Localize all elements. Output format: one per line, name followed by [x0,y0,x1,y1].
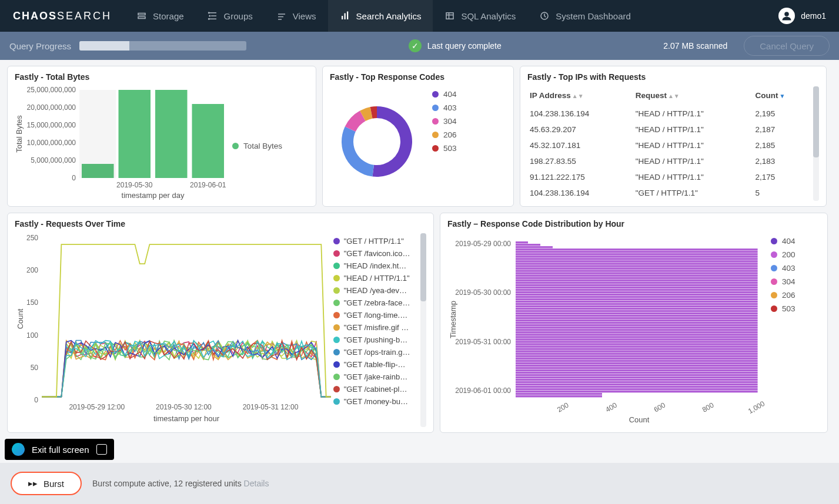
legend-label: 503 [443,144,457,153]
legend-label: "HEAD /yea-dev… [344,286,407,295]
table-row[interactable]: 91.121.222.175"HEAD / HTTP/1.1"2,175 [527,169,810,185]
legend-label: "GET /long-time.… [344,311,407,320]
bottom-bar: ▸▸ Burst Burst compute active, 12 regist… [0,463,839,504]
legend-code-304[interactable]: 304 [771,277,818,286]
legend-request[interactable]: "GET /favicon.ico… [333,249,417,258]
svg-rect-59 [516,282,758,284]
scrollbar[interactable] [420,233,426,427]
legend-total-bytes[interactable]: Total Bytes [232,90,282,201]
legend-code-206[interactable]: 206 [771,291,818,300]
legend-request[interactable]: "GET /table-flip-… [333,360,417,369]
legend-request[interactable]: "GET /zebra-face… [333,298,417,307]
table-row[interactable]: 198.27.83.55"HEAD / HTTP/1.1"2,183 [527,153,810,169]
nav-sql-analytics[interactable]: SQL Analytics [433,0,527,32]
legend-label: "GET /ops-train.g… [344,348,410,357]
legend-request[interactable]: "GET /jake-rainb… [333,372,417,381]
svg-point-10 [784,12,789,16]
svg-text:20,000,000,000: 20,000,000,000 [27,103,76,112]
svg-rect-67 [516,301,758,303]
legend-dot-icon [432,105,439,111]
legend-dot-icon [432,132,439,138]
legend-code-206[interactable]: 206 [432,130,457,139]
query-progress-bar: Query Progress ✓ Last query complete 2.0… [0,32,839,60]
legend-dot-icon [333,361,340,368]
svg-rect-103 [516,386,758,388]
user-menu[interactable]: demo1 [778,8,839,24]
nav-views[interactable]: Views [265,0,328,32]
svg-rect-70 [516,308,758,310]
svg-rect-55 [516,272,758,274]
legend-request[interactable]: "GET /pushing-b… [333,335,417,344]
legend-code-304[interactable]: 304 [432,117,457,126]
legend-dot-icon [771,292,777,298]
legend-request[interactable]: "GET /ops-train.g… [333,348,417,357]
col-count[interactable]: Count▼ [753,86,810,106]
legend-label: "GET /pushing-b… [344,335,407,344]
scrollbar-thumb[interactable] [420,233,426,301]
svg-rect-72 [516,313,758,314]
burst-details-link[interactable]: Details [244,479,269,488]
panel-title: Fastly – Response Code Distribution by H… [447,219,820,229]
groups-icon [208,11,218,21]
svg-text:15,000,000,000: 15,000,000,000 [27,121,76,129]
legend-request[interactable]: "HEAD /yea-dev… [333,286,417,295]
legend-label: "GET /cabinet-pl… [344,385,407,394]
legend-request[interactable]: "GET / HTTP/1.1" [333,237,417,246]
svg-text:2019-06-01: 2019-06-01 [190,181,226,189]
table-row[interactable]: 104.238.136.194"GET / HTTP/1.1"5 [527,185,810,201]
nav-label: SQL Analytics [461,11,516,21]
svg-rect-74 [516,317,758,319]
legend-dot-icon [333,300,340,306]
legend-code-404[interactable]: 404 [432,90,457,99]
scrollbar[interactable] [813,86,819,201]
exit-full-screen-button[interactable]: Exit full screen [5,439,114,460]
svg-rect-78 [516,327,758,328]
legend-dot-icon [333,324,340,331]
burst-button[interactable]: ▸▸ Burst [11,472,82,495]
legend-dot-icon [333,374,340,380]
nav-label: System Dashboard [556,11,631,21]
col-request[interactable]: Request▲▼ [633,86,753,106]
nav-label: Groups [224,11,253,21]
legend-code-403[interactable]: 403 [771,264,818,273]
svg-rect-75 [516,320,758,321]
legend-request[interactable]: "HEAD / HTTP/1.1" [333,274,417,283]
legend-request[interactable]: "GET /cabinet-pl… [333,385,417,394]
nav-system-dashboard[interactable]: System Dashboard [527,0,643,32]
legend-request[interactable]: "GET /misfire.gif … [333,323,417,332]
legend-request[interactable]: "GET /long-time.… [333,311,417,320]
svg-rect-93 [516,362,758,364]
table-row[interactable]: 45.63.29.207"HEAD / HTTP/1.1"2,187 [527,122,810,137]
svg-rect-5 [342,16,343,19]
svg-rect-43 [516,244,540,246]
scrollbar-thumb[interactable] [813,86,819,157]
legend-code-503[interactable]: 503 [432,144,457,153]
table-row[interactable]: 104.238.136.194"HEAD / HTTP/1.1"2,195 [527,106,810,122]
svg-rect-53 [516,267,758,269]
svg-rect-99 [516,377,758,378]
legend-label: "GET /money-bu… [344,397,408,406]
analytics-icon [340,11,350,21]
views-icon [276,11,287,21]
legend-request[interactable]: "HEAD /index.ht… [333,261,417,270]
legend-dot-icon [771,305,777,312]
legend-dot-icon [333,263,340,269]
legend-code-404[interactable]: 404 [771,237,818,246]
legend-request[interactable]: "GET /money-bu… [333,397,417,406]
svg-rect-89 [516,352,758,354]
svg-text:Total Bytes: Total Bytes [15,115,24,153]
col-ip[interactable]: IP Address▲▼ [527,86,633,106]
svg-rect-56 [516,274,758,276]
legend-label: 304 [782,277,795,286]
legend-code-503[interactable]: 503 [771,304,818,313]
nav-groups[interactable]: Groups [196,0,265,32]
svg-rect-101 [516,381,758,383]
legend-dot-icon [333,386,340,392]
legend-code-200[interactable]: 200 [771,250,818,259]
nav-search-analytics[interactable]: Search Analytics [328,0,433,32]
cancel-query-button[interactable]: Cancel Query [744,36,830,56]
table-row[interactable]: 45.32.107.181"HEAD / HTTP/1.1"2,185 [527,137,810,153]
nav-storage[interactable]: Storage [125,0,196,32]
svg-rect-102 [516,384,758,385]
legend-code-403[interactable]: 403 [432,103,457,112]
